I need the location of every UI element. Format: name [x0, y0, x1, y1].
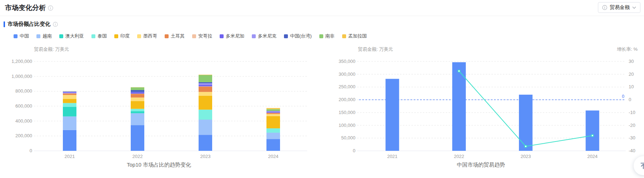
legend-swatch — [137, 34, 141, 38]
stack-segment[interactable] — [63, 94, 76, 95]
axis-tick-label: -10 — [629, 110, 635, 115]
trade-amount-bar[interactable] — [586, 110, 599, 151]
growth-rate-point[interactable] — [458, 70, 460, 72]
legend-swatch — [165, 34, 169, 38]
stack-segment[interactable] — [63, 107, 76, 117]
stack-segment[interactable] — [199, 83, 212, 85]
legend-item[interactable]: 南非 — [319, 33, 335, 39]
legend-item[interactable]: 孟加拉国 — [342, 33, 367, 39]
growth-rate-point[interactable] — [591, 134, 594, 137]
trade-trend-chart-canvas[interactable]: 贸易金额: 万美元增长率: %0-4050,000-30100,000-2015… — [318, 44, 643, 159]
trade-amount-bar[interactable] — [519, 95, 533, 151]
axis-tick-label: 30 — [629, 59, 634, 64]
stack-segment[interactable] — [131, 92, 144, 94]
stack-segment[interactable] — [199, 110, 212, 119]
stack-segment[interactable] — [63, 130, 76, 151]
axis-tick-label: 50,000 — [341, 135, 355, 140]
stack-segment[interactable] — [266, 113, 280, 114]
stack-segment[interactable] — [199, 92, 212, 96]
stack-segment[interactable] — [266, 133, 280, 139]
legend-item[interactable]: 土耳其 — [165, 33, 185, 39]
stack-segment[interactable] — [199, 82, 212, 83]
legend-item[interactable]: 墨西哥 — [137, 33, 157, 39]
axis-tick-label: 100,000 — [339, 123, 355, 128]
stack-segment[interactable] — [63, 92, 76, 92]
legend-swatch — [220, 34, 224, 38]
stack-segment[interactable] — [266, 109, 280, 111]
stack-segment[interactable] — [63, 99, 76, 103]
category-label: 2021 — [387, 154, 398, 159]
legend-item[interactable]: 泰国 — [91, 33, 107, 39]
stack-segment[interactable] — [199, 135, 212, 151]
stack-segment[interactable] — [131, 111, 144, 113]
legend-item[interactable]: 中国 — [14, 33, 29, 39]
trade-amount-bar[interactable] — [385, 79, 399, 151]
legend-item[interactable]: 多米尼加 — [220, 33, 244, 39]
stack-segment[interactable] — [63, 103, 76, 107]
legend-item[interactable]: 澳大利亚 — [59, 33, 84, 39]
stacked-bar-chart-canvas[interactable]: 贸易金额: 万美元0200,000400,000600,000800,0001,… — [0, 44, 314, 159]
stack-segment[interactable] — [199, 75, 212, 75]
left-axis-name: 贸易金额: 万美元 — [358, 46, 393, 52]
legend-item[interactable]: 多米尼克 — [252, 33, 276, 39]
charts-row: 贸易金额: 万美元0200,000400,000600,000800,0001,… — [0, 44, 644, 168]
stack-segment[interactable] — [199, 85, 212, 86]
stack-segment[interactable] — [63, 92, 76, 93]
legend-swatch — [342, 34, 346, 38]
legend-label: 多米尼加 — [226, 33, 244, 39]
stack-segment[interactable] — [199, 120, 212, 135]
chart-legend: 中国越南澳大利亚泰国印度墨西哥土耳其安哥拉多米尼加多米尼克中国(台湾)南非孟加拉… — [14, 33, 644, 39]
stack-segment[interactable] — [131, 87, 144, 90]
axis-tick-label: 1,200,000 — [11, 59, 32, 64]
metric-selector-label: 贸易金额 — [610, 4, 630, 11]
info-circle-icon — [602, 5, 607, 10]
stack-segment[interactable] — [131, 90, 144, 92]
axis-tick-label: -20 — [629, 123, 635, 128]
stack-segment[interactable] — [131, 113, 144, 125]
stack-segment[interactable] — [266, 128, 280, 133]
stack-segment[interactable] — [131, 98, 144, 101]
stack-segment[interactable] — [266, 112, 280, 113]
category-label: 2021 — [65, 154, 75, 159]
page-title: 市场变化分析 — [5, 3, 53, 13]
stack-segment[interactable] — [266, 114, 280, 116]
stack-segment[interactable] — [131, 101, 144, 109]
stacked-bar-chart: 贸易金额: 万美元0200,000400,000600,000800,0001,… — [0, 44, 318, 168]
stack-segment[interactable] — [63, 92, 76, 92]
legend-label: 孟加拉国 — [348, 33, 367, 39]
stack-segment[interactable] — [266, 111, 280, 112]
stack-segment[interactable] — [131, 94, 144, 97]
info-icon[interactable] — [48, 5, 53, 11]
axis-tick-label: -30 — [629, 135, 635, 140]
legend-item[interactable]: 安哥拉 — [192, 33, 212, 39]
chevron-down-icon — [632, 6, 636, 9]
legend-label: 泰国 — [98, 33, 107, 39]
stack-segment[interactable] — [199, 96, 212, 110]
category-label: 2024 — [268, 154, 279, 159]
info-icon[interactable] — [53, 22, 58, 27]
stack-segment[interactable] — [131, 109, 144, 112]
growth-rate-point[interactable] — [525, 145, 527, 148]
trade-amount-bar[interactable] — [452, 62, 466, 151]
legend-label: 中国(台湾) — [290, 33, 312, 39]
legend-swatch — [14, 34, 18, 38]
stack-segment[interactable] — [63, 93, 76, 94]
section-title: 市场份额占比变化 — [8, 21, 50, 28]
legend-item[interactable]: 印度 — [114, 33, 130, 39]
stack-segment[interactable] — [266, 108, 280, 109]
stack-segment[interactable] — [131, 125, 144, 151]
stack-segment[interactable] — [199, 86, 212, 87]
stack-segment[interactable] — [63, 95, 76, 99]
stack-segment[interactable] — [266, 139, 280, 151]
legend-label: 澳大利亚 — [65, 33, 84, 39]
stack-segment[interactable] — [266, 111, 280, 111]
stack-segment[interactable] — [199, 75, 212, 82]
legend-item[interactable]: 越南 — [36, 33, 52, 39]
metric-selector-dropdown[interactable]: 贸易金额 — [598, 2, 640, 13]
stack-segment[interactable] — [266, 116, 280, 128]
legend-item[interactable]: 中国(台湾) — [284, 33, 312, 39]
axis-tick-label: 800,000 — [15, 88, 32, 94]
stack-segment[interactable] — [63, 117, 76, 130]
stack-segment[interactable] — [199, 86, 212, 92]
axis-tick-label: 0 — [353, 148, 355, 153]
